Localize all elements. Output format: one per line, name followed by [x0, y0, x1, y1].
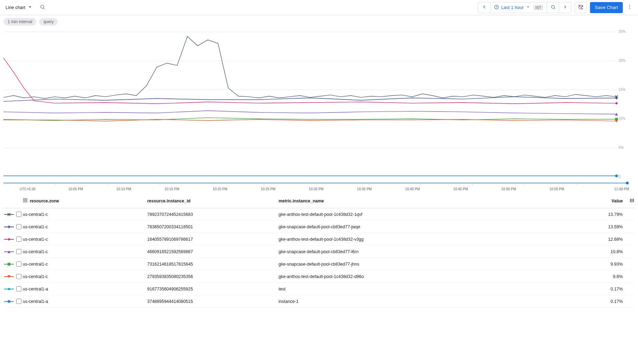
table-row[interactable]: us-central1-a 9167735604906255925 test 0…	[3, 283, 635, 295]
cell-instance-name: gke-anthos-test-default-pool-1c438d32-v3…	[279, 237, 597, 242]
x-axis-tick: 11:00 PM	[581, 187, 629, 191]
x-axis-tick: 10:55 PM	[533, 187, 581, 191]
svg-text:15%: 15%	[619, 88, 626, 92]
overview-area[interactable]	[0, 178, 638, 186]
save-chart-button[interactable]: Save Chart	[590, 2, 623, 13]
cell-instance-name: gke-snapcase-default-pool-cb83ed77-l6rn	[279, 249, 597, 254]
series-swatch	[3, 262, 15, 267]
svg-rect-40	[24, 201, 25, 202]
series-swatch	[3, 249, 15, 254]
x-axis-tick: 10:50 PM	[485, 187, 533, 191]
col-instance-name[interactable]: metric.instance_name	[279, 199, 597, 203]
row-checkbox[interactable]	[15, 285, 23, 293]
x-axis-tick: 10:10 PM	[100, 187, 148, 191]
x-axis-tick: 10:20 PM	[196, 187, 244, 191]
svg-line-4	[554, 8, 555, 9]
row-checkbox[interactable]	[15, 273, 23, 280]
cell-instance-id: 7316214618517815645	[147, 262, 279, 267]
chevron-right-icon	[562, 4, 568, 11]
columns-icon	[629, 198, 635, 204]
table-row[interactable]: us-central1-c 7892370724452415683 gke-an…	[3, 208, 635, 221]
line-chart: 05%10%15%20%25%	[3, 30, 629, 178]
svg-point-0	[41, 5, 44, 8]
col-value[interactable]: Value	[597, 199, 624, 203]
series-swatch	[3, 237, 15, 242]
svg-text:5%: 5%	[619, 146, 624, 150]
table-header: resource.zone resource.instance_id metri…	[3, 196, 635, 208]
chevron-left-icon	[481, 4, 487, 11]
svg-rect-53	[8, 288, 10, 290]
x-axis-tick: 10:15 PM	[148, 187, 196, 191]
cell-instance-name: test	[279, 287, 597, 291]
cell-value: 9.93%	[597, 262, 624, 267]
cell-value: 9.6%	[597, 274, 624, 279]
overflow-menu-button[interactable]	[625, 4, 635, 11]
series-swatch	[3, 287, 15, 291]
svg-rect-39	[26, 199, 27, 200]
table-row[interactable]: us-central1-c 4660916521592569867 gke-sn…	[3, 246, 635, 258]
chart-type-dropdown[interactable]: Line chart	[3, 3, 35, 12]
time-next-button[interactable]	[559, 2, 571, 13]
table-row[interactable]: us-central1-c 2793593835080235356 gke-an…	[3, 270, 635, 283]
table-row[interactable]: us-central1-c 1640557891069786617 gke-an…	[3, 233, 635, 246]
svg-text:10%: 10%	[619, 117, 626, 121]
table-row[interactable]: us-central1-a 3748895944414080515 instan…	[3, 295, 635, 308]
svg-text:25%: 25%	[619, 30, 626, 33]
auto-refresh-toggle[interactable]	[575, 2, 587, 13]
row-checkbox[interactable]	[15, 211, 23, 218]
time-prev-button[interactable]	[478, 2, 490, 13]
x-axis-tick: 10:05 PM	[51, 187, 100, 191]
row-checkbox[interactable]	[15, 260, 23, 268]
cell-value: 10.8%	[597, 249, 624, 254]
cell-instance-id: 7838507200334118501	[147, 224, 279, 229]
x-axis-tick: 10:40 PM	[388, 187, 437, 191]
row-checkbox[interactable]	[15, 236, 23, 243]
series-swatch	[3, 274, 15, 279]
time-range-dropdown[interactable]: Last 1 hour IST	[490, 2, 547, 13]
time-zoom-button[interactable]	[547, 2, 559, 13]
table-row[interactable]: us-central1-c 7838507200334118501 gke-sn…	[3, 221, 635, 233]
kebab-icon	[627, 4, 632, 11]
svg-text:0: 0	[619, 175, 621, 178]
column-picker-button[interactable]	[624, 198, 635, 204]
series-swatch	[3, 212, 15, 217]
overview-chart	[3, 179, 629, 185]
row-checkbox[interactable]	[15, 248, 23, 255]
col-instance-id[interactable]: resource.instance_id	[147, 199, 279, 203]
svg-point-6	[629, 7, 630, 7]
chip-query[interactable]: query	[39, 18, 58, 26]
cell-zone: us-central1-c	[23, 274, 147, 279]
svg-rect-50	[8, 263, 10, 266]
cell-zone: us-central1-a	[23, 287, 147, 291]
svg-rect-38	[24, 199, 25, 200]
time-range-group: Last 1 hour IST	[478, 2, 571, 13]
toolbar: Line chart Last 1 hour IST	[0, 0, 638, 15]
cell-instance-name: gke-anthos-test-default-pool-1c438d32-d9…	[279, 274, 597, 279]
table-row[interactable]: us-central1-c 7316214618517815645 gke-sn…	[3, 258, 635, 270]
cell-instance-name: gke-snapcase-default-pool-cb83ed77-jwqe	[279, 224, 597, 229]
chip-interval[interactable]: 1 min interval	[3, 18, 36, 26]
svg-point-24	[626, 182, 629, 184]
cell-instance-id: 7892370724452415683	[147, 212, 279, 217]
svg-point-22	[615, 174, 618, 177]
cell-instance-id: 9167735604906255925	[147, 287, 279, 291]
cell-value: 13.59%	[597, 224, 624, 229]
cell-zone: us-central1-c	[23, 224, 147, 229]
row-checkbox[interactable]	[15, 298, 23, 305]
search-button[interactable]	[40, 4, 45, 11]
row-checkbox[interactable]	[15, 223, 23, 230]
cell-instance-name: gke-anthos-test-default-pool-1c438d32-1q…	[279, 212, 597, 217]
svg-point-55	[8, 300, 10, 303]
cell-instance-id: 3748895944414080515	[147, 299, 279, 304]
cell-instance-id: 1640557891069786617	[147, 237, 279, 242]
cell-value: 12.68%	[597, 237, 624, 242]
chart-area[interactable]: 05%10%15%20%25%	[0, 28, 638, 178]
cell-value: 0.17%	[597, 287, 624, 291]
svg-rect-44	[633, 199, 634, 202]
col-zone[interactable]: resource.zone	[30, 199, 59, 203]
cell-zone: us-central1-a	[23, 299, 147, 304]
cell-instance-id: 2793593835080235356	[147, 274, 279, 279]
time-range-label: Last 1 hour	[501, 5, 524, 10]
auto-refresh-off-icon	[578, 4, 584, 11]
svg-rect-43	[631, 199, 632, 202]
